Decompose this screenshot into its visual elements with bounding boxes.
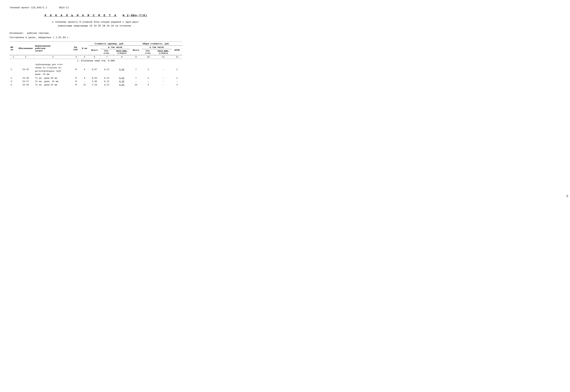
header-stoimost: Стоимость единицы, руб.: [89, 42, 130, 46]
row4-obn: I6-38: [17, 83, 34, 86]
row4-stoi-osn: 0,2I: [100, 83, 114, 86]
row3-nuchi: –: [172, 80, 182, 83]
header-nuchi: НУЧП: [172, 45, 182, 55]
table-row: I. I6-35 трубопроводы для отоп-ления из …: [10, 63, 182, 76]
row1-obsh-ekspl: –: [155, 63, 172, 76]
basis-block: Основание: рабочие чертежи. Составлена в…: [10, 31, 182, 40]
row3-obsh-osn: –: [142, 80, 155, 83]
basis-line2: Составлена в ценах, введенных с I.ОI.84 …: [10, 35, 182, 40]
header-osn2: осн.з/пл.: [142, 49, 155, 55]
row4-stoi-ekspl: 0,0I: [113, 83, 130, 86]
header-obshaya: Общая стоимость, руб.: [130, 42, 182, 46]
row1-nuchi: 2: [172, 63, 182, 76]
header-kvo: К-во: [80, 42, 89, 55]
header-vtom2: в том числе: [142, 45, 172, 49]
col-num-5: 5: [80, 55, 89, 59]
header-line: Типовой проект I25_045/I.2 УШ(8-2): [10, 6, 182, 9]
row1-obn: I6-35: [17, 63, 34, 76]
table-row: 2. I6-36 То же, диам.20 мм М 8 0,93 0,2I…: [10, 76, 182, 80]
row3-stoi-vsego: I,05: [89, 80, 100, 83]
basis-line1: рабочие чертежи.: [27, 32, 50, 35]
col-num-10: IO: [142, 55, 155, 59]
estimate-table: №№пп Обосно­вание Наименованиеработилиза…: [10, 41, 182, 86]
row2-nuchi: 2: [172, 76, 182, 80]
row4-name: То же, диам.32 мм: [34, 83, 72, 86]
header-obosn: Обосно­вание: [17, 42, 34, 55]
row4-obsh-ekspl: –: [155, 83, 172, 86]
row2-obsh-ekspl: –: [155, 76, 172, 80]
row3-obsh-ekspl: –: [155, 80, 172, 83]
table-col-numbers: I 2 3 4 5 6 7 8 9 IO II I2: [10, 55, 182, 59]
row3-kvo: –: [80, 80, 89, 83]
title-number: № 2-ОБо-7(8): [123, 14, 147, 17]
row1-ed: М: [72, 63, 80, 76]
col-num-11: II: [155, 55, 172, 59]
col-num-12: I2: [172, 55, 182, 59]
row3-obn: I6-37: [17, 80, 34, 83]
header-osn1: осн.з/пл.: [100, 49, 114, 55]
row3-stoi-osn: 0,2I: [100, 80, 114, 83]
row3-ed: М: [72, 80, 80, 83]
header-vsego1: Всего: [89, 45, 100, 55]
row4-kvo: 2I: [80, 83, 89, 86]
table-row: 4. I6-38 То же, диам.32 мм М 2I I,I6 0,2…: [10, 83, 182, 86]
basis-label: Основание: рабочие чертежи.: [10, 31, 182, 35]
section-title-row: I. Отопление ниже отм. 0.000: [10, 59, 182, 63]
row4-ed: М: [72, 83, 80, 86]
row4-stoi-vsego: I,I6: [89, 83, 100, 86]
row2-kvo: 8: [80, 76, 89, 80]
subtitle: к типовому проекту 9-этажной блок-секции…: [46, 20, 146, 28]
header-ed: Ед.изм.: [72, 42, 80, 55]
col-num-1: I: [10, 55, 17, 59]
row3-num: 3.: [10, 80, 17, 83]
col-num-8: 8: [113, 55, 130, 59]
header-vtom1: в том числе: [100, 45, 130, 49]
header-vsego2: Всего: [130, 45, 142, 55]
row4-obsh-osn: 4: [142, 83, 155, 86]
row1-ekspl-underline: 0,0I: [119, 68, 124, 71]
row1-stoi-ekspl: 0,0I: [113, 63, 130, 76]
row2-obn: I6-36: [17, 76, 34, 80]
row1-stoi-osn: 0,2I: [100, 63, 114, 76]
col-num-2: 2: [17, 55, 34, 59]
row1-kvo: 8: [80, 63, 89, 76]
col-num-3: 3: [34, 55, 72, 59]
row4-nuchi: 4: [172, 83, 182, 86]
row1-name: трубопроводы для отоп-ления из стальных …: [34, 63, 72, 76]
row3-ekspl-underline: 0,0I: [119, 80, 124, 83]
row3-name: То же, диам. 25 мм: [34, 80, 72, 83]
row2-name: То же, диам.20 мм: [34, 76, 72, 80]
header-ekspl1: эксп.маш.з/плата: [113, 49, 130, 55]
row3-stoi-ekspl: 0,0I: [113, 80, 130, 83]
row1-stoi-vsego: 0,87: [89, 63, 100, 76]
row2-ed: М: [72, 76, 80, 80]
row2-stoi-ekspl: 0,0I: [113, 76, 130, 80]
header-nn: №№пп: [10, 42, 17, 55]
project-title: Типовой проект I25_045/I.2: [10, 6, 47, 9]
col-num-9: 9: [130, 55, 142, 59]
row4-num: 4.: [10, 83, 17, 86]
col-num-7: 7: [100, 55, 114, 59]
row2-ekspl-underline: 0,0I: [119, 77, 124, 79]
row2-obsh-vsego: 7: [130, 76, 142, 80]
header-naim: Наименованиеработилизатрат: [34, 42, 72, 55]
row1-obsh-vsego: 7: [130, 63, 142, 76]
row2-stoi-vsego: 0,93: [89, 76, 100, 80]
row1-obsh-osn: 2: [142, 63, 155, 76]
col-num-4: 4: [72, 55, 80, 59]
row2-stoi-osn: 0,2I: [100, 76, 114, 80]
row4-obsh-vsego: 24: [130, 83, 142, 86]
col-num-6: 6: [89, 55, 100, 59]
title-main: Л О К А Л Ь Н А Я С М Е Т А: [45, 14, 117, 17]
row2-obsh-osn: 2: [142, 76, 155, 80]
ym-code: УШ(8-2): [59, 6, 69, 9]
section-title: I. Отопление ниже отм. 0.000: [10, 59, 182, 63]
table-row: 3. I6-37 То же, диам. 25 мм М – I,05 0,2…: [10, 80, 182, 83]
row3-obsh-vsego: –: [130, 80, 142, 83]
table-header-row1: №№пп Обосно­вание Наименованиеработилиза…: [10, 42, 182, 46]
title-block: Л О К А Л Ь Н А Я С М Е Т А № 2-ОБо-7(8): [10, 14, 182, 17]
header-ekspl2: эксп.маш.з/плата: [155, 49, 172, 55]
row1-num: I.: [10, 63, 17, 76]
row4-ekspl-underline: 0,0I: [119, 84, 124, 86]
row2-num: 2.: [10, 76, 17, 80]
